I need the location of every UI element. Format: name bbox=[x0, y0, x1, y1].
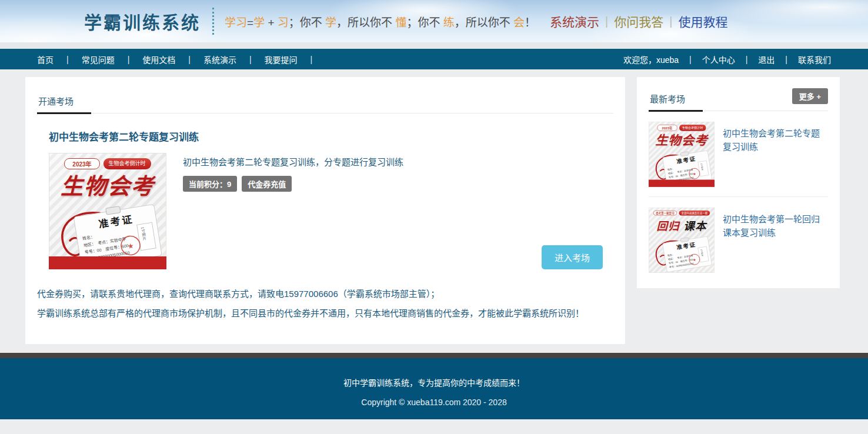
slogan-part: ，所以你不 bbox=[455, 16, 513, 29]
slogan-part: ；你不 bbox=[406, 16, 443, 29]
header-gap bbox=[0, 42, 868, 49]
main-navbar: 首页 | 常见问题 | 使用文档 | 系统演示 | 我要提问 | 欢迎您，xue… bbox=[0, 49, 868, 69]
header-links: 系统演示 | 你问我答 | 使用教程 bbox=[550, 12, 727, 30]
open-exam-panel: 开通考场 初中生物会考第二轮专题复习训练 2023年 生物会考倒计时 生物会考 bbox=[25, 77, 625, 344]
admission-card-art: 准考证 姓名： 地区： 考点：实验中学 号号：00 座位号：600 考号：009… bbox=[49, 153, 166, 269]
slogan-part: ，所以你不 bbox=[336, 16, 395, 29]
header-link-separator: | bbox=[605, 15, 608, 28]
page-content: 开通考场 初中生物会考第二轮专题复习训练 2023年 生物会考倒计时 生物会考 bbox=[0, 69, 868, 353]
footer-top-bar bbox=[0, 353, 868, 358]
nav-separator: | bbox=[311, 55, 313, 64]
slogan-part: ！ bbox=[525, 16, 536, 29]
thumb-bottom-bar bbox=[49, 256, 166, 269]
site-slogan: 学习=学 + 习；你不 学，所以你不 懂；你不 练，所以你不 会！ bbox=[225, 14, 536, 29]
tab-open-exam[interactable]: 开通考场 bbox=[37, 88, 91, 114]
thumb-bottom-bar bbox=[649, 180, 715, 187]
logo-divider bbox=[212, 8, 214, 35]
nav-item-docs[interactable]: 使用文档 bbox=[142, 54, 175, 65]
nav-separator: | bbox=[746, 55, 748, 64]
nav-separator: | bbox=[689, 55, 692, 64]
voucher-notes: 代金券购买，请联系贵地代理商，查询代理商联系方式，请致电15977006606（… bbox=[37, 287, 613, 321]
nav-item-faq[interactable]: 常见问题 bbox=[82, 54, 115, 65]
stamp-star-icon: ★ bbox=[692, 258, 696, 262]
site-header: 学霸训练系统 学习=学 + 习；你不 学，所以你不 懂；你不 练，所以你不 会！… bbox=[0, 0, 868, 42]
nav-separator: | bbox=[188, 55, 191, 64]
slogan-part: 学 bbox=[325, 16, 336, 29]
nav-item-ask[interactable]: 我要提问 bbox=[265, 54, 298, 65]
header-link-separator: | bbox=[669, 15, 672, 28]
header-link-tutorial[interactable]: 使用教程 bbox=[678, 12, 727, 30]
slogan-part: ；你不 bbox=[289, 16, 325, 29]
nav-item-demo[interactable]: 系统演示 bbox=[203, 54, 236, 65]
course-thumbnail[interactable]: 2023年 生物会考倒计时 生物会考 准考证 姓名： bbox=[49, 153, 166, 269]
nav-item-profile[interactable]: 个人中心 bbox=[702, 54, 735, 65]
slogan-part: 学习 bbox=[225, 16, 247, 29]
enter-exam-button[interactable]: 进入考场 bbox=[542, 245, 603, 269]
nav-separator: | bbox=[785, 55, 787, 64]
slogan-part: = bbox=[247, 16, 253, 29]
current-points-badge: 当前积分：9 bbox=[183, 176, 237, 192]
list-item-title[interactable]: 初中生物会考第二轮专题复习训练 bbox=[723, 122, 828, 187]
slogan-part: 学 bbox=[253, 16, 265, 29]
note-line: 代金券购买，请联系贵地代理商，查询代理商联系方式，请致电15977006606（… bbox=[37, 287, 613, 301]
slogan-part: + bbox=[265, 16, 278, 29]
nav-welcome-user: 欢迎您，xueba bbox=[623, 54, 679, 65]
list-item-thumbnail: 会考第一轮复习 全部内容涵盖在这一册 回归课本 准考证 姓名： 地区： bbox=[649, 208, 715, 273]
admission-card-art: 准考证 姓名： 地区： 考点：实验中学 号号：00 座位号：600 考号：009… bbox=[649, 122, 715, 187]
admission-card-art: 准考证 姓名： 地区： 考点：实验中学 号号：00 座位号：600 考号：009… bbox=[649, 208, 715, 273]
footer-tagline: 初中学霸训练系统，专为提高你的中考成绩而来！ bbox=[0, 358, 868, 388]
voucher-recharge-button[interactable]: 代金券充值 bbox=[242, 176, 292, 192]
slogan-part: 懂 bbox=[395, 16, 406, 29]
nav-item-logout[interactable]: 退出 bbox=[758, 54, 774, 65]
stamp-star-icon: ★ bbox=[692, 172, 696, 176]
header-link-qa[interactable]: 你问我答 bbox=[614, 12, 663, 30]
latest-exams-title: 最新考场 bbox=[649, 85, 703, 112]
nav-separator: | bbox=[249, 55, 252, 64]
nav-separator: | bbox=[66, 55, 69, 64]
slogan-part: 习 bbox=[278, 16, 289, 29]
course-title[interactable]: 初中生物会考第二轮专题复习训练 bbox=[49, 129, 613, 143]
slogan-part: 练 bbox=[443, 16, 455, 29]
list-item-title[interactable]: 初中生物会考第一轮回归课本复习训练 bbox=[723, 208, 828, 273]
slogan-part: 会 bbox=[513, 16, 525, 29]
nav-left: 首页 | 常见问题 | 使用文档 | 系统演示 | 我要提问 | bbox=[37, 54, 325, 65]
nav-item-home[interactable]: 首页 bbox=[37, 54, 54, 65]
header-link-demo[interactable]: 系统演示 bbox=[550, 12, 599, 30]
latest-exams-panel: 最新考场 更多 + 2023年 生物会考倒计时 生物会考 bbox=[637, 77, 840, 288]
course-block: 初中生物会考第二轮专题复习训练 2023年 生物会考倒计时 生物会考 bbox=[49, 129, 613, 269]
list-item-thumbnail: 2023年 生物会考倒计时 生物会考 准考证 姓名： 地区： 考点：实验 bbox=[649, 122, 715, 187]
more-button[interactable]: 更多 + bbox=[792, 88, 828, 104]
site-footer: 初中学霸训练系统，专为提高你的中考成绩而来！ Copyright © xueba… bbox=[0, 358, 868, 419]
list-item[interactable]: 会考第一轮复习 全部内容涵盖在这一册 回归课本 准考证 姓名： 地区： bbox=[649, 197, 828, 282]
nav-right: 欢迎您，xueba | 个人中心 | 退出 | 联系我们 bbox=[623, 54, 831, 65]
stamp-star-icon: ★ bbox=[127, 242, 135, 251]
nav-separator: | bbox=[128, 55, 130, 64]
note-line: 学霸训练系统总部有严格的代理商市场保护机制，且不同县市的代金券并不通用，只有本地… bbox=[37, 306, 613, 320]
site-logo: 学霸训练系统 bbox=[84, 8, 201, 34]
course-description: 初中生物会考第二轮专题复习训练，分专题进行复习训练 bbox=[183, 155, 403, 168]
nav-item-contact[interactable]: 联系我们 bbox=[798, 54, 831, 65]
list-item[interactable]: 2023年 生物会考倒计时 生物会考 准考证 姓名： 地区： 考点：实验 bbox=[649, 111, 828, 197]
footer-copyright: Copyright © xueba119.com 2020 - 2028 bbox=[0, 398, 868, 407]
